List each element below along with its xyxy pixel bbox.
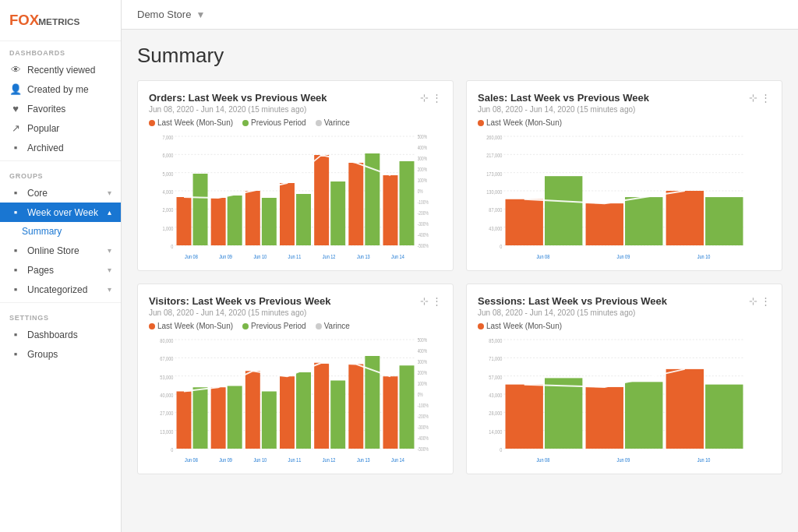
svg-text:Jun 09: Jun 09 [617,253,630,259]
svg-text:80,000: 80,000 [160,337,173,344]
svg-text:1,000: 1,000 [162,225,173,231]
sidebar-item-label: Recently viewed [27,65,95,76]
chart-svg: 043,00087,000130,000173,000217,000260,00… [478,130,771,262]
charts-grid: Orders: Last Week vs Previous Week ⊹ ⋮ J… [137,80,782,474]
svg-text:6,000: 6,000 [162,152,173,158]
chart-actions[interactable]: ⊹ ⋮ [749,92,771,104]
svg-text:300%: 300% [418,359,428,365]
chevron-down-icon: ▾ [108,188,111,197]
svg-text:130,000: 130,000 [486,188,502,195]
svg-text:-300%: -300% [418,425,429,430]
svg-rect-135 [625,382,662,449]
divider [0,302,121,303]
chart-actions[interactable]: ⊹ ⋮ [420,92,442,104]
svg-text:Jun 10: Jun 10 [253,456,267,463]
svg-text:0%: 0% [418,188,424,194]
user-icon: 👤 [9,83,22,95]
legend-item: Last Week (Mon-Sun) [478,322,562,330]
store-name-text: Demo Store [137,9,191,20]
sidebar-item-pages[interactable]: ▪ Pages ▾ [0,260,121,280]
sidebar-item-core[interactable]: ▪ Core ▾ [0,183,121,203]
svg-text:100%: 100% [418,178,428,183]
sidebar-item-label: Summary [22,226,62,237]
dashboards-section-label: DASHBOARDS [0,41,121,60]
svg-text:400%: 400% [418,145,428,150]
folder-icon: ▪ [9,245,22,256]
sidebar-item-archived[interactable]: ▪ Archived [0,138,121,157]
main-area: Demo Store ▼ Summary Orders: Last Week v… [122,0,798,532]
chart-area: 013,00027,00040,00053,00067,00080,000500… [149,333,442,466]
svg-text:Jun 08: Jun 08 [185,456,198,463]
svg-rect-66 [625,197,662,245]
svg-text:7,000: 7,000 [162,134,173,140]
store-name: Demo Store ▼ [137,9,205,20]
logo-area: FOX METRICS [0,0,121,41]
svg-text:87,000: 87,000 [489,206,502,213]
svg-text:-500%: -500% [418,446,429,452]
topbar: Demo Store ▼ [122,0,798,30]
chart-legend: Last Week (Mon-Sun)Previous PeriodVarinc… [149,118,442,127]
settings-section-label: SETTINGS [0,306,121,325]
svg-rect-103 [262,392,277,449]
svg-text:43,000: 43,000 [489,392,502,398]
svg-text:71,000: 71,000 [489,355,502,361]
svg-text:Jun 13: Jun 13 [357,253,370,259]
svg-rect-138 [705,385,743,449]
svg-text:13,000: 13,000 [160,428,173,435]
sidebar-item-uncategorized[interactable]: ▪ Uncategorized ▾ [0,280,121,299]
svg-text:0: 0 [171,446,173,453]
svg-text:METRICS: METRICS [38,16,79,27]
sidebar-item-week-over-week[interactable]: ▪ Week over Week ▴ [0,203,121,222]
svg-rect-45 [383,175,398,245]
chart-title: Orders: Last Week vs Previous Week [149,92,327,104]
svg-text:Jun 10: Jun 10 [697,253,711,259]
chart-header: Sales: Last Week vs Previous Week ⊹ ⋮ [478,92,771,104]
svg-text:300%: 300% [418,156,428,161]
sidebar-item-online-store[interactable]: ▪ Online Store ▾ [0,241,121,260]
svg-rect-137 [666,369,704,449]
svg-rect-105 [280,376,295,449]
foxmetrics-logo: FOX METRICS [9,8,95,31]
svg-text:0%: 0% [418,392,424,397]
svg-text:Jun 12: Jun 12 [323,253,336,259]
svg-rect-36 [280,183,295,245]
sidebar-item-favorites[interactable]: ♥ Favorites [0,99,121,118]
svg-text:4,000: 4,000 [162,188,173,195]
svg-rect-65 [586,203,623,245]
sidebar-item-summary[interactable]: Summary [0,222,121,241]
legend-item: Previous Period [242,118,306,127]
filter-icon[interactable]: ▼ [196,9,205,20]
sidebar-item-label: Groups [27,349,58,360]
sidebar-item-dashboards-settings[interactable]: ▪ Dashboards [0,325,121,344]
svg-rect-31 [228,196,242,245]
svg-text:5,000: 5,000 [162,171,173,177]
chart-subtitle: Jun 08, 2020 - Jun 14, 2020 (15 minutes … [149,308,442,317]
svg-rect-68 [666,191,704,245]
chart-actions[interactable]: ⊹ ⋮ [420,295,442,307]
svg-rect-108 [314,363,329,449]
sidebar-item-popular[interactable]: ↗ Popular [0,118,121,138]
svg-text:FOX: FOX [9,12,40,28]
svg-text:2,000: 2,000 [162,206,173,213]
eye-icon: 👁 [9,64,22,76]
svg-text:260,000: 260,000 [486,134,502,140]
folder-icon: ▪ [9,206,22,218]
chart-actions[interactable]: ⊹ ⋮ [749,295,771,307]
legend-item: Last Week (Mon-Sun) [149,118,233,127]
svg-text:-300%: -300% [418,221,429,227]
folder-icon: ▪ [9,264,22,276]
svg-rect-42 [348,163,363,245]
sidebar-item-label: Archived [27,143,64,153]
chart-card-sales: Sales: Last Week vs Previous Week ⊹ ⋮ Ju… [466,80,782,271]
svg-text:Jun 14: Jun 14 [391,456,404,463]
svg-rect-131 [506,385,543,449]
sidebar-item-label: Dashboards [27,329,78,340]
legend-item: Varince [316,118,350,127]
chart-header: Orders: Last Week vs Previous Week ⊹ ⋮ [149,92,442,104]
sidebar-item-groups-settings[interactable]: ▪ Groups [0,344,121,364]
groups-section-label: GROUPS [0,164,121,183]
sidebar-item-recently-viewed[interactable]: 👁 Recently viewed [0,60,121,79]
svg-text:173,000: 173,000 [486,171,502,177]
chart-legend: Last Week (Mon-Sun)Previous PeriodVarinc… [149,322,442,330]
sidebar-item-created-by-me[interactable]: 👤 Created by me [0,79,121,99]
